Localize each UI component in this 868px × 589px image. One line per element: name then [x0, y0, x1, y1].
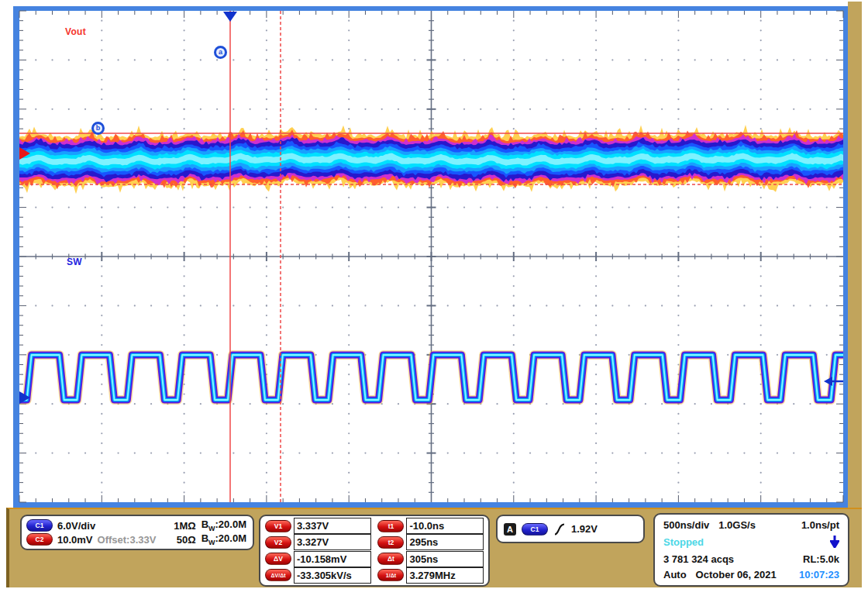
inv-dt-badge[interactable]: 1/Δt — [377, 569, 404, 581]
sw-trace-label: SW — [67, 257, 82, 267]
oscilloscope-screen: Vout SW a b C1 6.0V/div 1MΩ BW:20.0M C2 … — [0, 0, 868, 589]
sample-rate-value: 1.0GS/s — [718, 519, 756, 531]
datetime-line: Auto October 06, 2021 10:07:23 — [663, 569, 839, 580]
v2-badge[interactable]: V2 — [265, 536, 291, 549]
acquisition-status: Stopped — [663, 536, 704, 548]
acquisition-box[interactable]: 500ns/div 1.0GS/s 1.0ns/pt Stopped 3 781… — [653, 513, 849, 587]
cursor-readout-box[interactable]: V1 3.337V t1 -10.0ns V2 3.327V t2 295ns … — [259, 515, 490, 587]
plot-graticule — [19, 11, 843, 502]
channel-1-impedance: 1MΩ — [174, 520, 195, 532]
measurement-row: ΔV/Δt -33.305kV/s 1/Δt 3.279MHz — [265, 567, 484, 584]
timebase-line: 500ns/div 1.0GS/s 1.0ns/pt — [663, 519, 839, 531]
channel-2-bandwidth: BW:20.0M — [202, 532, 246, 546]
measurement-row: ΔV -10.158mV Δt 305ns — [265, 551, 484, 567]
channel-2-row: C2 10.0mV Offset:3.33V 50Ω BW:20.0M — [26, 532, 246, 546]
channel-2-impedance: 50Ω — [177, 534, 196, 546]
t2-badge[interactable]: t2 — [377, 536, 404, 549]
t1-value: -10.0ns — [406, 518, 484, 534]
channel-2-badge[interactable]: C2 — [26, 533, 53, 546]
measurement-row: V1 3.337V t1 -10.0ns — [265, 518, 484, 534]
dv-dt-badge[interactable]: ΔV/Δt — [265, 569, 291, 581]
t1-badge[interactable]: t1 — [377, 520, 404, 532]
timebase-value: 500ns/div — [663, 519, 709, 531]
t2-value: 295ns — [406, 534, 484, 550]
acquisition-count: 3 781 324 acqs — [663, 553, 734, 565]
date-value: October 06, 2021 — [696, 569, 777, 580]
trigger-level-value: 1.92V — [571, 523, 598, 535]
measurement-row: V2 3.327V t2 295ns — [265, 534, 484, 550]
trigger-settings-box[interactable]: A C1 1.92V — [496, 515, 645, 543]
channel-2-offset: Offset:3.33V — [98, 534, 157, 546]
trigger-position-arrow-icon — [830, 535, 839, 550]
channel-settings-box[interactable]: C1 6.0V/div 1MΩ BW:20.0M C2 10.0mV Offse… — [20, 515, 254, 550]
delta-v-value: -10.158mV — [294, 551, 371, 567]
trigger-mode-badge[interactable]: A — [504, 523, 516, 536]
dv-dt-value: -33.305kV/s — [294, 567, 371, 584]
trigger-mode-value: Auto — [663, 569, 687, 580]
trigger-source-badge[interactable]: C1 — [522, 523, 548, 536]
v2-value: 3.327V — [294, 534, 371, 550]
cursor-b-handle[interactable]: b — [91, 122, 105, 135]
waveform-plot[interactable] — [0, 0, 868, 589]
channel-1-badge[interactable]: C1 — [26, 519, 53, 532]
delta-v-badge[interactable]: ΔV — [265, 553, 291, 565]
trigger-position-marker[interactable] — [223, 12, 237, 22]
rising-edge-icon — [553, 522, 566, 536]
delta-t-badge[interactable]: Δt — [377, 553, 404, 565]
status-line: Stopped — [663, 535, 839, 550]
channel-1-bandwidth: BW:20.0M — [202, 518, 246, 532]
v1-value: 3.337V — [294, 518, 371, 534]
channel-2-scale: 10.0mV — [57, 534, 93, 546]
cursor-a-handle[interactable]: a — [214, 46, 227, 59]
inv-dt-value: 3.279MHz — [406, 567, 484, 584]
time-value: 10:07:23 — [799, 569, 839, 580]
record-length-value: RL:5.0k — [803, 553, 839, 565]
resolution-value: 1.0ns/pt — [801, 519, 839, 531]
acqs-line: 3 781 324 acqs RL:5.0k — [663, 553, 839, 565]
vout-trace-label: Vout — [65, 26, 86, 37]
delta-t-value: 305ns — [406, 551, 484, 567]
channel-1-scale: 6.0V/div — [57, 520, 95, 532]
vout-trace[interactable] — [18, 125, 843, 194]
v1-badge[interactable]: V1 — [265, 520, 291, 532]
channel-1-row: C1 6.0V/div 1MΩ BW:20.0M — [26, 518, 246, 532]
sw-trace[interactable] — [0, 355, 868, 400]
